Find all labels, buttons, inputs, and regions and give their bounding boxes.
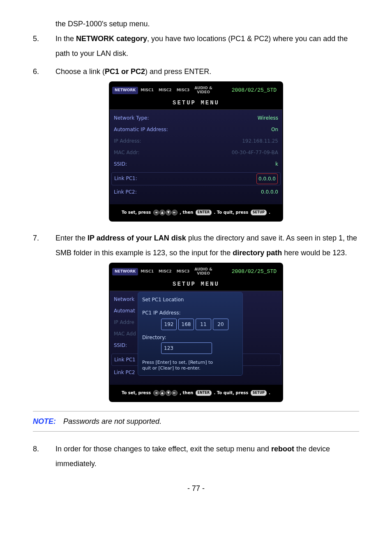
dialog-dir-label: Directory: — [142, 333, 238, 342]
step-6-bold: PC1 or PC2 — [105, 67, 145, 76]
row-mac: MAC Addr: 00-30-4F-77-09-BA — [114, 147, 278, 158]
note-label: NOTE: — [33, 414, 56, 429]
setup-footer: To set, press ◄ ▲ ▼ ► , then ENTER . To … — [110, 204, 282, 221]
step-5-bold: NETWORK category — [76, 35, 147, 43]
dialog-hint-2: quit or [Clear] to re-enter. — [142, 365, 238, 371]
dpad-right-icon: ► — [172, 210, 178, 215]
screenshot-setup-menu-1: NETWORK MISC1 MISC2 MISC3 AUDIO & VIDEO … — [110, 82, 282, 221]
dialog-title: Set PC1 Location — [142, 295, 238, 305]
label-link-pc1: Link PC1: — [114, 173, 137, 184]
row-ssid[interactable]: SSID: k — [114, 158, 278, 170]
value-link-pc1: 0.0.0.0 — [256, 173, 278, 184]
tab-av-line2-2: VIDEO — [194, 272, 212, 276]
firmware-date-2: 2008/02/25_STD — [232, 266, 280, 277]
step-6-num: 6. — [33, 64, 55, 79]
value-auto-ip: On — [271, 125, 278, 134]
dpad-up-icon: ▲ — [159, 210, 165, 215]
step-5: 5. In the NETWORK category, you have two… — [33, 31, 359, 61]
value-ssid: k — [275, 159, 278, 169]
step-8-bold: reboot — [271, 445, 294, 453]
footer-then-2: , then — [180, 391, 193, 395]
note-text: Passwords are not supported. — [63, 414, 161, 429]
page-number: - 77 - — [33, 481, 359, 496]
dpad-icons-2: ◄ ▲ ▼ ► — [153, 390, 178, 396]
step-6: 6. Choose a link (PC1 or PC2) and press … — [33, 64, 359, 79]
dialog-ip-label: PC1 IP Address: — [142, 308, 238, 318]
directory-input[interactable]: 123 — [161, 342, 212, 354]
setup-button-icon-2: SETUP — [251, 390, 267, 396]
tab-network-2[interactable]: NETWORK — [112, 268, 138, 275]
tab-misc2[interactable]: MISC2 — [156, 87, 174, 94]
tab-misc1-2[interactable]: MISC1 — [138, 268, 156, 275]
step-7-num: 7. — [33, 231, 55, 260]
footer-pre: To set, press — [122, 210, 151, 215]
tab-audio-video-2[interactable]: AUDIO & VIDEO — [192, 266, 214, 277]
step-7-post: here would be 123. — [282, 249, 347, 257]
tab-misc1[interactable]: MISC1 — [138, 87, 156, 94]
setup-button-icon: SETUP — [251, 210, 267, 215]
step-7: 7. Enter the IP address of your LAN disk… — [33, 231, 359, 260]
step-6-pre: Choose a link ( — [55, 67, 105, 76]
dpad-left-icon: ◄ — [153, 210, 159, 215]
bg-label-2: Automat — [114, 306, 135, 316]
tab-network[interactable]: NETWORK — [112, 87, 138, 94]
value-link-pc2: 0.0.0.0 — [261, 187, 278, 197]
tab-av-line2: VIDEO — [194, 90, 212, 95]
setup-footer-2: To set, press ◄ ▲ ▼ ► , then ENTER . To … — [110, 385, 282, 401]
enter-button-icon-2: ENTER — [196, 390, 212, 396]
screenshot-setup-menu-2: NETWORK MISC1 MISC2 MISC3 AUDIO & VIDEO … — [110, 263, 282, 401]
tab-audio-video[interactable]: AUDIO & VIDEO — [192, 85, 214, 96]
setup-title: SETUP MENU — [110, 97, 282, 110]
dpad-left-icon-2: ◄ — [153, 390, 159, 396]
setup-title-2: SETUP MENU — [110, 278, 282, 291]
value-network-type: Wireless — [258, 113, 278, 123]
label-auto-ip: Automatic IP Address: — [114, 125, 168, 134]
label-network-type: Network Type: — [114, 113, 149, 123]
dpad-up-icon-2: ▲ — [159, 390, 165, 396]
dpad-right-icon-2: ► — [172, 390, 178, 396]
tab-misc2-2[interactable]: MISC2 — [156, 268, 174, 275]
row-ip: IP Address: 192.168.11.25 — [114, 135, 278, 147]
tab-misc3-2[interactable]: MISC3 — [174, 268, 192, 275]
step-5-num: 5. — [33, 31, 55, 61]
tab-misc3[interactable]: MISC3 — [174, 87, 192, 94]
bg-label-6: Link PC1 — [114, 355, 136, 365]
row-network-type[interactable]: Network Type: Wireless — [114, 112, 278, 124]
step-7-bold1: IP address of your LAN disk — [88, 234, 186, 242]
ip-octet-3[interactable]: 11 — [196, 319, 211, 330]
footer-then: , then — [180, 210, 193, 215]
ip-octet-4[interactable]: 20 — [213, 319, 228, 330]
enter-button-icon: ENTER — [196, 210, 212, 215]
step-8-pre: In order for those changes to take effec… — [55, 445, 271, 453]
bg-label-7: Link PC2 — [114, 367, 135, 377]
row-link-pc2[interactable]: Link PC2: 0.0.0.0 — [114, 186, 278, 198]
footer-post: . To quit, press — [214, 210, 249, 215]
step-8: 8. In order for those changes to take ef… — [33, 441, 359, 471]
step-7-pre: Enter the — [55, 234, 88, 242]
dialog-hint: Press [Enter] to set, [Return] to quit o… — [142, 360, 238, 372]
footer-pre-2: To set, press — [122, 391, 151, 395]
ip-octets[interactable]: 192 168 11 20 — [161, 319, 238, 330]
footer-post-2: . To quit, press — [214, 391, 249, 395]
row-link-pc1[interactable]: Link PC1: 0.0.0.0 — [111, 172, 281, 185]
label-mac: MAC Addr: — [114, 148, 140, 157]
setup-tabs: NETWORK MISC1 MISC2 MISC3 AUDIO & VIDEO … — [110, 82, 282, 96]
footer-end: . — [269, 210, 270, 215]
ip-octet-1[interactable]: 192 — [161, 319, 177, 330]
label-ip: IP Address: — [114, 136, 141, 146]
step-6-post: ) and press ENTER. — [145, 67, 211, 76]
bg-label-5: SSID: — [114, 340, 127, 350]
footer-end-2: . — [269, 391, 270, 395]
prev-step-continuation: the DSP-1000's setup menu. — [55, 16, 359, 31]
ip-octet-2[interactable]: 168 — [178, 319, 194, 330]
dpad-down-icon-2: ▼ — [166, 390, 171, 396]
step-7-bold2: directory path — [233, 249, 282, 257]
value-mac: 00-30-4F-77-09-BA — [232, 148, 278, 157]
step-8-num: 8. — [33, 441, 55, 471]
firmware-date: 2008/02/25_STD — [232, 85, 280, 96]
row-auto-ip[interactable]: Automatic IP Address: On — [114, 124, 278, 135]
label-ssid: SSID: — [114, 159, 127, 169]
bg-label-3: IP Addre — [114, 317, 134, 327]
bg-label-4: MAC Add — [114, 329, 136, 339]
dialog-hint-1: Press [Enter] to set, [Return] to — [142, 360, 238, 365]
